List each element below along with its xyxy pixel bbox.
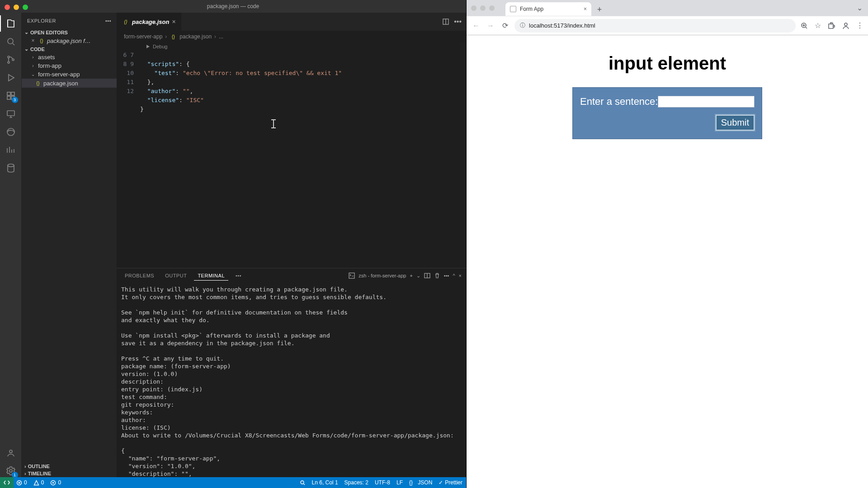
status-cursor[interactable]: Ln 6, Col 1 [312,479,338,486]
line-gutter: 6 7 8 9 10 11 12 [117,51,137,96]
extensions-badge: 3 [12,97,18,103]
tab-problems[interactable]: PROBLEMS [121,271,158,280]
extensions-puzzle-icon[interactable] [827,22,835,30]
remote-indicator-icon[interactable] [0,477,14,488]
svg-rect-21 [829,24,833,28]
json-file-icon: {} [170,33,177,40]
file-package-json[interactable]: {} package.json [22,79,117,88]
favicon-icon [510,6,516,12]
timeline-section[interactable]: › TIMELINE [22,470,117,477]
folder-assets[interactable]: › assets [22,53,117,61]
extensions-icon[interactable]: 3 [5,89,17,102]
folder-form-app[interactable]: › form-app [22,61,117,70]
chevron-down-icon[interactable]: ⌄ [857,4,863,12]
svg-rect-6 [7,96,10,99]
status-ports[interactable]: 0 [50,479,61,486]
graph-icon[interactable] [5,144,17,156]
close-panel-icon[interactable]: × [459,273,462,278]
svg-rect-8 [7,111,14,116]
outline-section[interactable]: › OUTLINE [22,463,117,470]
more-icon[interactable]: ••• [454,18,462,26]
open-editor-item[interactable]: × {} package.json f… [22,36,117,45]
browser-toolbar: ← → ⟳ ⓘ localhost:5173/index.html ☆ ⋮ [467,16,868,35]
site-info-icon[interactable]: ⓘ [520,22,525,29]
minimize-window-icon[interactable] [480,5,486,11]
crumb-root[interactable]: form-server-app [124,33,162,40]
split-editor-icon[interactable] [442,18,449,25]
minimize-window-icon[interactable] [14,5,19,10]
code-section[interactable]: ⌄ CODE [22,45,117,53]
bottom-panel: PROBLEMS OUTPUT TERMINAL ••• zsh - form-… [117,268,466,477]
window-title: package.json — code [207,3,259,9]
forward-icon[interactable]: → [486,22,495,30]
zoom-window-icon[interactable] [23,5,28,10]
status-lang[interactable]: {} JSON [409,479,432,486]
crumb-file[interactable]: package.json [179,33,212,40]
minimap[interactable] [460,42,466,268]
more-icon[interactable]: ••• [105,18,111,23]
code-editor[interactable]: Debug 6 7 8 9 10 11 12 "scripts": { "tes… [117,42,466,268]
svg-point-9 [7,128,14,136]
new-terminal-icon[interactable]: + [410,273,412,278]
svg-point-11 [9,450,12,453]
breadcrumb[interactable]: form-server-app › {} package.json › ... [117,31,466,42]
close-window-icon[interactable] [5,5,10,10]
bookmark-star-icon[interactable]: ☆ [815,21,821,30]
status-warnings[interactable]: 0 [33,479,44,486]
text-cursor-icon [270,119,277,128]
svg-rect-5 [11,92,14,95]
debug-codelens[interactable]: Debug [117,42,466,51]
settings-gear-icon[interactable]: 1 [5,465,17,477]
json-file-icon: {} [38,37,45,44]
open-editors-section[interactable]: ⌄ OPEN EDITORS [22,28,117,36]
close-window-icon[interactable] [471,5,476,11]
account-icon[interactable] [5,446,17,459]
database-icon[interactable] [5,162,17,174]
status-eol[interactable]: LF [396,479,403,486]
status-errors[interactable]: 0 [16,479,27,486]
explorer-icon[interactable] [5,17,17,30]
remote-explorer-icon[interactable] [5,108,17,120]
more-icon[interactable]: ••• [444,273,449,278]
tab-more-icon[interactable]: ••• [232,271,245,280]
tab-package-json[interactable]: {} package.json × [117,13,182,31]
browser-tab[interactable]: Form App × [505,2,591,16]
status-encoding[interactable]: UTF-8 [375,479,390,486]
status-prettier[interactable]: ✓ Prettier [439,479,462,486]
editor-tabs: {} package.json × ••• [117,13,466,31]
svg-point-3 [12,59,14,61]
close-icon[interactable]: × [172,18,175,25]
reload-icon[interactable]: ⟳ [500,21,510,30]
search-icon[interactable] [5,35,17,48]
edge-icon[interactable] [5,126,17,138]
chevron-right-icon: › [214,33,216,40]
find-icon[interactable] [300,480,306,486]
zoom-window-icon[interactable] [489,5,495,11]
zoom-icon[interactable] [800,22,808,30]
source-control-icon[interactable] [5,53,17,66]
new-tab-button[interactable]: + [593,3,606,16]
folder-form-server-app[interactable]: ⌄ form-server-app [22,70,117,79]
terminal-output[interactable]: This utility will walk you through creat… [117,283,466,477]
terminal-shell-label[interactable]: zsh - form-server-app [359,273,406,278]
menu-icon[interactable]: ⋮ [856,21,863,30]
profile-avatar-icon[interactable] [842,22,850,30]
split-terminal-icon[interactable] [424,272,430,279]
sentence-input[interactable] [658,96,755,108]
crumb-tail[interactable]: ... [219,33,223,40]
submit-button[interactable]: Submit [716,115,755,131]
close-tab-icon[interactable]: × [584,6,587,12]
address-bar[interactable]: ⓘ localhost:5173/index.html [514,19,796,33]
activity-bar: 3 1 [0,13,22,477]
close-icon[interactable]: × [30,38,36,44]
back-icon[interactable]: ← [471,22,481,30]
page-heading: input element [609,53,726,74]
run-debug-icon[interactable] [5,71,17,84]
tab-output[interactable]: OUTPUT [161,271,190,280]
kill-terminal-icon[interactable] [434,272,440,279]
code-content[interactable]: "scripts": { "test": "echo \"Error: no t… [140,51,342,114]
status-indent[interactable]: Spaces: 2 [344,479,368,486]
maximize-panel-icon[interactable]: ^ [453,273,455,278]
chevron-down-icon[interactable]: ⌄ [416,273,420,279]
tab-terminal[interactable]: TERMINAL [194,271,228,281]
